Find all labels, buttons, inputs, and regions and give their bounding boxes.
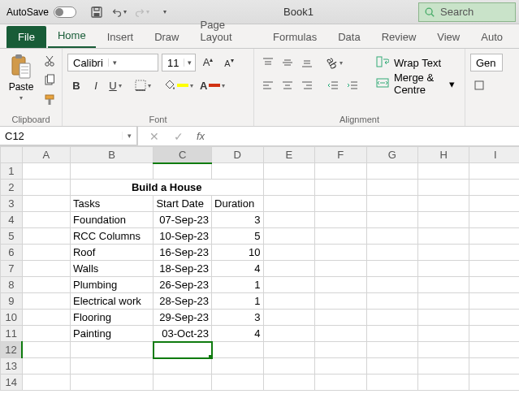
chevron-down-icon[interactable]: ▾ [122,132,136,140]
redo-icon[interactable]: ▾ [135,5,149,19]
increase-font-icon[interactable]: A▴ [199,54,217,71]
tab-file[interactable]: File [6,26,46,48]
cell[interactable]: 16-Sep-23 [154,245,212,261]
row-header[interactable]: 9 [1,293,23,310]
chevron-down-icon[interactable]: ▾ [19,94,23,102]
cell-grid[interactable]: A B C D E F G H I 1 2Build a House 3Task… [0,146,519,391]
select-all-corner[interactable] [1,147,23,163]
row-header[interactable]: 10 [1,310,23,326]
customize-qat-icon[interactable]: ▾ [158,5,172,19]
tab-draw[interactable]: Draw [145,26,188,48]
fx-icon[interactable]: fx [197,130,205,142]
cell[interactable]: 4 [212,261,263,277]
column-header[interactable]: A [22,147,70,163]
row-header[interactable]: 8 [1,277,23,293]
borders-button[interactable]: ▾ [132,76,154,94]
cell[interactable]: 26-Sep-23 [154,277,212,293]
align-top-icon[interactable] [259,54,277,71]
toggle-off-icon[interactable] [54,6,76,18]
cell[interactable]: 1 [212,293,263,310]
column-header[interactable]: D [212,147,263,163]
tab-review[interactable]: Review [372,26,426,48]
align-center-icon[interactable] [279,76,296,94]
row-header[interactable]: 7 [1,261,23,277]
increase-indent-icon[interactable] [344,76,361,94]
tab-automate[interactable]: Auto [471,26,513,48]
cell[interactable]: Plumbing [70,277,153,293]
cell[interactable]: Electrical work [70,293,153,310]
paste-button[interactable]: Paste ▾ [5,52,37,102]
save-icon[interactable] [89,5,104,19]
row-header[interactable]: 14 [1,375,23,391]
name-box[interactable]: C12 ▾ [0,126,137,145]
cell[interactable]: 29-Sep-23 [154,310,212,326]
cell[interactable]: Painting [70,326,153,342]
cell[interactable]: 3 [212,310,263,326]
italic-button[interactable]: I [87,76,105,94]
column-header[interactable]: I [469,147,519,163]
active-cell[interactable] [154,342,212,358]
wrap-text-button[interactable]: Wrap Text [371,54,460,71]
row-header[interactable]: 2 [1,180,23,196]
cell[interactable]: Flooring [70,310,153,326]
align-right-icon[interactable] [298,76,316,94]
tab-view[interactable]: View [427,26,469,48]
tab-data[interactable]: Data [328,26,370,48]
bold-button[interactable]: B [67,76,85,94]
orientation-icon[interactable]: ab▾ [324,54,345,71]
tab-page-layout[interactable]: Page Layout [191,14,262,48]
search-box[interactable]: Search [418,2,516,22]
column-header[interactable]: C [154,147,212,163]
cell[interactable]: 4 [212,326,263,342]
column-header[interactable]: B [70,147,153,163]
row-header[interactable]: 6 [1,245,23,261]
cell[interactable]: 18-Sep-23 [154,261,212,277]
column-header[interactable]: F [315,147,366,163]
cancel-icon[interactable]: ✕ [148,130,161,143]
cell[interactable]: 03-Oct-23 [154,326,212,342]
align-left-icon[interactable] [259,76,277,94]
cell[interactable]: Start Date [154,196,212,212]
cell[interactable]: 1 [212,277,263,293]
chevron-down-icon[interactable]: ▾ [108,58,121,67]
font-color-button[interactable]: A▾ [197,76,227,94]
row-header[interactable]: 5 [1,228,23,245]
number-format-combo[interactable]: Gen [470,54,503,71]
accounting-format-icon[interactable] [470,76,488,94]
row-header[interactable]: 3 [1,196,23,212]
tab-insert[interactable]: Insert [97,26,144,48]
align-bottom-icon[interactable] [298,54,316,71]
row-header[interactable]: 4 [1,212,23,228]
cell[interactable]: 3 [212,212,263,228]
cell[interactable]: Duration [212,196,263,212]
row-header[interactable]: 11 [1,326,23,342]
tab-formulas[interactable]: Formulas [263,26,327,48]
align-middle-icon[interactable] [279,54,296,71]
column-header[interactable]: H [417,147,469,163]
row-header[interactable]: 12 [1,342,23,358]
cell[interactable]: Walls [70,261,153,277]
decrease-font-icon[interactable]: A▾ [220,54,238,71]
cell[interactable]: 07-Sep-23 [154,212,212,228]
autosave-toggle[interactable]: AutoSave [0,6,83,18]
row-header[interactable]: 1 [1,163,23,180]
underline-button[interactable]: U▾ [106,76,124,94]
cut-icon[interactable] [42,54,57,68]
tab-home[interactable]: Home [48,24,96,48]
sheet-title[interactable]: Build a House [70,180,263,196]
chevron-down-icon[interactable]: ▾ [449,78,455,90]
cell[interactable]: Roof [70,245,153,261]
cell[interactable]: Foundation [70,212,153,228]
formula-input[interactable] [243,127,519,145]
enter-icon[interactable]: ✓ [172,130,185,143]
font-name-combo[interactable]: Calibri ▾ [67,54,158,71]
cell[interactable]: 28-Sep-23 [154,293,212,310]
column-header[interactable]: E [263,147,314,163]
undo-icon[interactable]: ▾ [112,5,127,19]
copy-icon[interactable] [42,73,57,88]
merge-centre-button[interactable]: Merge & Centre ▾ [371,75,460,93]
format-painter-icon[interactable] [42,93,57,107]
cell[interactable]: Tasks [70,196,153,212]
font-size-combo[interactable]: 11 ▾ [162,54,196,71]
cell[interactable]: 10-Sep-23 [154,228,212,245]
